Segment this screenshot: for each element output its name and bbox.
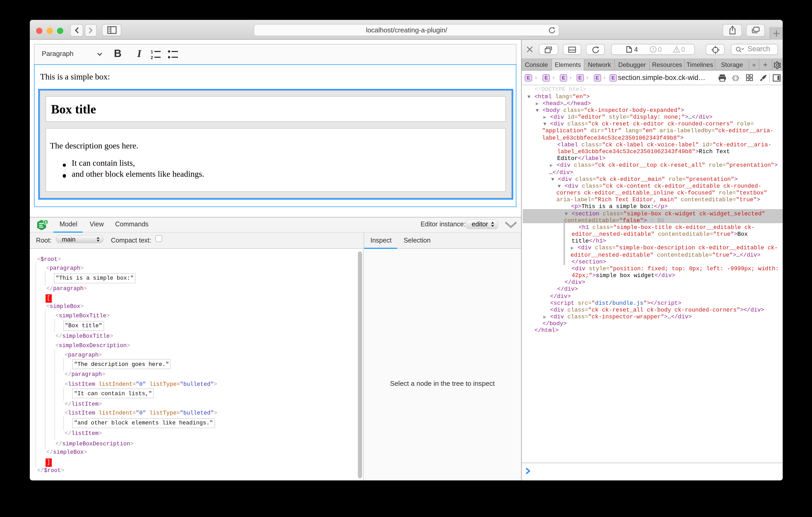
svg-text:1: 1 (151, 50, 153, 54)
svg-text:5: 5 (45, 221, 47, 225)
svg-text:2: 2 (151, 55, 153, 59)
